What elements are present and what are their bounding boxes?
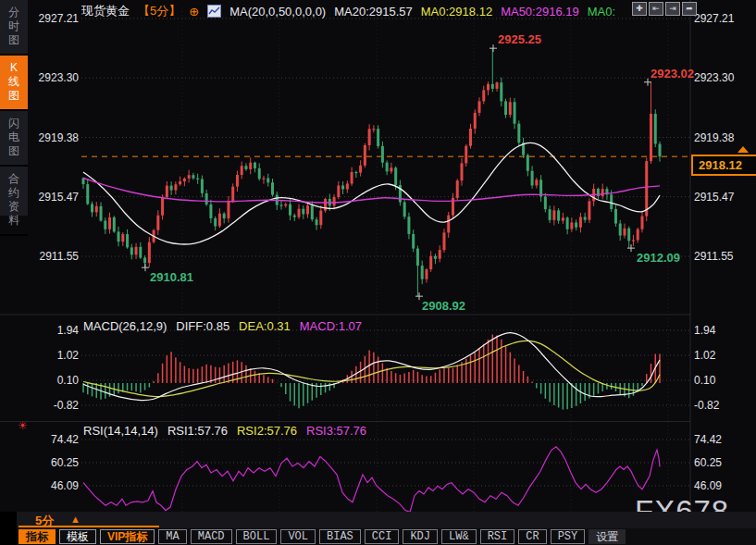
price-axis-tick: 2919.38 bbox=[694, 131, 751, 144]
toolbar-tab[interactable]: BIAS bbox=[319, 529, 361, 544]
price-extreme-label: 2910.81 bbox=[150, 270, 193, 284]
sidebar-tab[interactable]: K 线 图 bbox=[0, 56, 28, 111]
rsi-axis-tick: 46.09 bbox=[694, 479, 751, 492]
sidebar-tab[interactable]: 闪 电 图 bbox=[0, 111, 28, 167]
toolbar-tab[interactable]: LW& bbox=[441, 529, 477, 544]
macd-title: MACD(26,12,9) bbox=[83, 319, 167, 333]
toolbar-tab[interactable]: BOLL bbox=[236, 529, 278, 544]
price-axis-tick: 2915.47 bbox=[694, 191, 751, 204]
chart-type-icon[interactable] bbox=[207, 5, 221, 18]
toolbar-tab[interactable]: MA bbox=[158, 529, 186, 544]
symbol-name: 现货黄金 bbox=[81, 3, 130, 19]
rsi-alert-icon[interactable]: ☀ bbox=[18, 419, 28, 432]
macd-axis-tick: 1.02 bbox=[694, 349, 751, 362]
macd-axis-tick: 0.10 bbox=[694, 374, 751, 387]
price-axis-tick: 2915.47 bbox=[28, 191, 79, 204]
toolbar-tab[interactable]: CR bbox=[518, 529, 546, 544]
price-extreme-label: 2908.92 bbox=[422, 299, 465, 313]
toolbar-tab[interactable]: VOL bbox=[280, 529, 316, 544]
rsi-axis-tick: 60.25 bbox=[28, 456, 79, 469]
ma20-value: MA20:2915.57 bbox=[334, 5, 413, 19]
rsi2-value: RSI2:57.76 bbox=[237, 424, 297, 438]
rsi3-value: RSI3:57.76 bbox=[306, 424, 366, 438]
price-extreme-label: 2923.02 bbox=[651, 67, 694, 81]
toolbar-tab[interactable]: 指标 bbox=[19, 529, 56, 544]
y-axis-scale-icon[interactable]: ⇤ bbox=[649, 2, 663, 16]
toolbar-tab[interactable]: KDJ bbox=[403, 529, 438, 544]
toolbar-tab[interactable]: VIP指标 bbox=[100, 529, 155, 544]
price-extreme-label: 2912.09 bbox=[637, 251, 680, 265]
price-up-arrow-icon bbox=[737, 146, 749, 153]
x-axis-scale-icon[interactable]: ⇥ bbox=[665, 2, 680, 16]
rsi-axis-tick: 74.42 bbox=[694, 433, 751, 446]
period-badge[interactable]: 【5分】 bbox=[138, 3, 180, 19]
macd-axis-tick: 0.10 bbox=[28, 374, 79, 387]
rsi-title: RSI(14,14,14) bbox=[83, 424, 158, 438]
price-axis-tick: 2923.30 bbox=[28, 71, 79, 84]
add-indicator-icon[interactable]: ⊕ bbox=[189, 5, 199, 19]
period-active-underline bbox=[19, 526, 159, 527]
panel-collapse-icon[interactable]: ➦ bbox=[682, 2, 697, 16]
macd-axis-tick: 1.94 bbox=[28, 324, 79, 337]
toolbar-tab[interactable]: MACD bbox=[191, 529, 232, 544]
indicator-toolbar: 指标模板VIP指标MAMACDBOLLVOLBIASCCIKDJLW&RSICR… bbox=[17, 528, 756, 545]
price-axis-tick: 2927.21 bbox=[694, 12, 751, 25]
price-extreme-label: 2925.25 bbox=[498, 32, 541, 46]
ma50-value: MA50:2916.19 bbox=[501, 5, 579, 19]
toolbar-tab[interactable]: PSY bbox=[551, 529, 586, 544]
chart-toolbar-icons: ✚⇤⇥➦ bbox=[632, 2, 697, 16]
crosshair-move-icon[interactable]: ✚ bbox=[632, 2, 647, 16]
macd-axis-tick: 1.94 bbox=[694, 324, 751, 337]
ma0-green-value: MA0: bbox=[588, 5, 615, 19]
toolbar-tab[interactable]: CCI bbox=[365, 529, 400, 544]
chart-header: 现货黄金 【5分】 ⊕ MA(20,0,50,0,0,0) MA20:2915.… bbox=[81, 4, 615, 19]
rsi-header: RSI(14,14,14) RSI1:57.76 RSI2:57.76 RSI3… bbox=[83, 424, 366, 438]
macd-diff-value: DIFF:0.85 bbox=[176, 319, 229, 333]
price-axis-tick: 2911.55 bbox=[694, 250, 751, 263]
toolbar-tab[interactable]: 设置 bbox=[589, 529, 626, 544]
macd-axis-tick: -0.82 bbox=[28, 399, 79, 412]
rsi-axis-tick: 46.09 bbox=[28, 479, 79, 492]
rsi-axis-tick: 74.42 bbox=[28, 433, 79, 446]
price-axis-tick: 2919.38 bbox=[28, 131, 79, 144]
current-price-tag: 2918.12 bbox=[691, 155, 756, 176]
chart-canvas[interactable] bbox=[0, 0, 756, 545]
toolbar-tab[interactable]: RSI bbox=[480, 529, 515, 544]
ma-params: MA(20,0,50,0,0,0) bbox=[229, 5, 326, 19]
macd-dea-value: DEA:0.31 bbox=[239, 319, 291, 333]
macd-axis-tick: -0.82 bbox=[694, 399, 751, 412]
macd-axis-tick: 1.02 bbox=[28, 349, 79, 362]
sidebar-tab[interactable]: 合 约 资 料 bbox=[0, 167, 28, 236]
bottom-left-gap bbox=[0, 512, 17, 545]
ma0-yellow-value: MA0:2918.12 bbox=[421, 5, 492, 19]
toolbar-tab[interactable]: 模板 bbox=[59, 529, 96, 544]
price-axis-tick: 2911.55 bbox=[28, 250, 79, 263]
rsi1-value: RSI1:57.76 bbox=[167, 424, 228, 438]
macd-macd-value: MACD:1.07 bbox=[300, 319, 362, 333]
rsi-axis-tick: 60.25 bbox=[694, 456, 751, 469]
price-axis-tick: 2923.30 bbox=[694, 71, 751, 84]
period-dropdown-arrow-icon[interactable]: ▲ bbox=[70, 514, 81, 525]
price-axis-tick: 2927.21 bbox=[28, 12, 79, 25]
period-bar: 5分 ▲ bbox=[17, 512, 756, 528]
macd-header: MACD(26,12,9) DIFF:0.85 DEA:0.31 MACD:1.… bbox=[83, 319, 362, 333]
sidebar-tab[interactable]: 分 时 图 bbox=[0, 0, 28, 56]
chart-app: 分 时 图K 线 图闪 电 图合 约 资 料 现货黄金 【5分】 ⊕ MA(20… bbox=[0, 0, 756, 545]
left-tab-bar: 分 时 图K 线 图闪 电 图合 约 资 料 bbox=[0, 0, 28, 216]
